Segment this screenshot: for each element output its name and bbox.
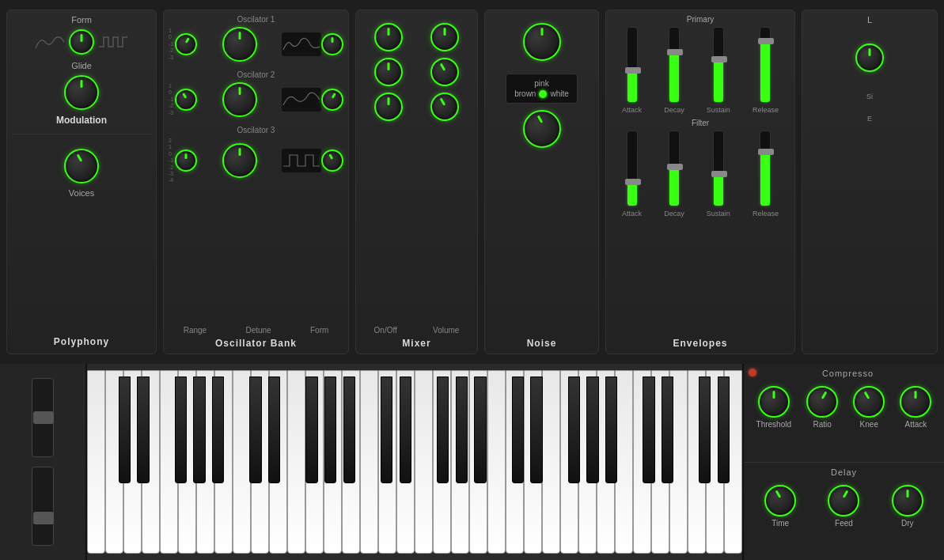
mixer-title: Mixer <box>356 338 477 349</box>
white-key[interactable] <box>196 370 214 554</box>
ratio-knob[interactable] <box>806 386 838 418</box>
osc2-form-knob[interactable] <box>321 89 343 111</box>
white-key[interactable] <box>669 370 688 554</box>
brown-noise-label: brown <box>514 89 536 98</box>
white-key[interactable] <box>123 370 142 554</box>
lfo-knob1[interactable] <box>855 44 884 72</box>
white-key[interactable] <box>415 370 433 554</box>
mixer-osc2-onoff-knob[interactable] <box>374 58 403 86</box>
white-key[interactable] <box>597 370 615 554</box>
voices-knob[interactable] <box>64 149 99 184</box>
white-key[interactable] <box>615 370 633 554</box>
osc2-detune-knob[interactable] <box>222 82 257 117</box>
osc3-form-knob[interactable] <box>321 149 343 172</box>
white-key[interactable] <box>233 370 251 554</box>
white-key[interactable] <box>560 370 578 554</box>
noise-level-knob[interactable] <box>523 23 561 61</box>
white-key[interactable] <box>305 370 324 554</box>
compressor-power-indicator[interactable] <box>749 369 756 376</box>
noise-white-indicator[interactable] <box>539 90 547 98</box>
white-key[interactable] <box>469 370 487 554</box>
mixer-osc1-onoff-knob[interactable] <box>374 23 403 51</box>
white-key[interactable] <box>269 370 287 554</box>
compressor-attack-knob[interactable] <box>900 386 931 418</box>
white-key[interactable] <box>451 370 469 554</box>
decay-fader-fill <box>669 54 679 102</box>
pitch-wheel[interactable] <box>32 378 54 457</box>
mixer-osc1-volume-knob[interactable] <box>430 23 459 51</box>
compressor-section: Compresso Threshold Ratio Knee <box>744 364 944 463</box>
white-key[interactable] <box>506 370 524 554</box>
white-key[interactable] <box>487 370 506 554</box>
pitch-wheel-thumb <box>33 411 54 424</box>
delay-dry-label: Dry <box>901 519 914 528</box>
white-key[interactable] <box>214 370 233 554</box>
white-key[interactable] <box>706 370 724 554</box>
delay-dry-knob[interactable] <box>892 485 923 516</box>
filter-release-fader: Release <box>753 131 779 218</box>
mixer-osc3-onoff-knob[interactable] <box>374 93 403 121</box>
noise-panel: pink brown white Noise <box>484 9 599 354</box>
white-key[interactable] <box>178 370 196 554</box>
osc1-range-knob[interactable] <box>175 33 197 55</box>
noise-type-knob[interactable] <box>523 110 561 148</box>
attack-fader-thumb[interactable] <box>625 67 641 74</box>
attack-fader-container: Attack <box>622 27 642 114</box>
osc3-range-knob[interactable] <box>175 149 197 172</box>
sustain-label: Sustain <box>707 106 730 114</box>
delay-feed-knob[interactable] <box>828 485 859 516</box>
filter-decay-thumb[interactable] <box>667 164 683 170</box>
knee-knob[interactable] <box>853 386 885 418</box>
sustain-fader-fill <box>714 61 723 102</box>
release-fader-container: Release <box>753 27 779 114</box>
mixer-osc3-volume-knob[interactable] <box>430 93 459 121</box>
white-key[interactable] <box>542 370 560 554</box>
white-key[interactable] <box>396 370 415 554</box>
osc1-detune-knob[interactable] <box>222 27 257 62</box>
oscillator-bank-panel: Oscilator 1 1 0 -1 -2 -3 <box>163 9 349 354</box>
white-key[interactable] <box>287 370 305 554</box>
white-key[interactable] <box>724 370 742 554</box>
osc3-detune-knob[interactable] <box>222 143 257 178</box>
delay-time-knob[interactable] <box>764 485 796 516</box>
white-key[interactable] <box>142 370 160 554</box>
mixer-panel: On/Off Volume Mixer <box>355 9 478 354</box>
filter-attack-thumb[interactable] <box>625 179 641 185</box>
primary-env-label: Primary <box>611 15 790 24</box>
white-key[interactable] <box>688 370 706 554</box>
filter-attack-label: Attack <box>622 210 642 218</box>
mixer-osc2-volume-knob[interactable] <box>430 58 459 86</box>
white-key[interactable] <box>578 370 597 554</box>
filter-sustain-thumb[interactable] <box>711 171 727 177</box>
decay-label: Decay <box>664 106 684 114</box>
form-knob[interactable] <box>69 29 94 55</box>
white-key[interactable] <box>160 370 178 554</box>
white-key[interactable] <box>524 370 542 554</box>
white-key[interactable] <box>342 370 360 554</box>
envelopes-title: Envelopes <box>606 338 794 349</box>
svg-rect-1 <box>282 88 321 112</box>
white-key[interactable] <box>105 370 123 554</box>
white-key[interactable] <box>324 370 342 554</box>
osc2-range-knob[interactable] <box>175 89 197 111</box>
osc1-form-knob[interactable] <box>321 33 343 55</box>
glide-knob[interactable] <box>64 75 99 110</box>
decay-fader-thumb[interactable] <box>667 49 683 55</box>
white-key[interactable] <box>360 370 378 554</box>
threshold-knob[interactable] <box>758 386 790 418</box>
piano-keyboard[interactable] <box>87 364 742 560</box>
filter-sustain-label: Sustain <box>707 210 730 218</box>
white-key[interactable] <box>651 370 669 554</box>
white-key[interactable] <box>378 370 396 554</box>
white-key[interactable] <box>251 370 269 554</box>
filter-release-thumb[interactable] <box>758 149 774 155</box>
white-key[interactable] <box>433 370 451 554</box>
release-fader-thumb[interactable] <box>758 38 774 44</box>
white-key[interactable] <box>633 370 651 554</box>
white-key[interactable] <box>87 370 105 554</box>
compressor-attack-label: Attack <box>905 420 927 429</box>
mod-wheel[interactable] <box>32 467 54 546</box>
svg-rect-2 <box>282 149 321 172</box>
pink-label: pink <box>514 79 569 88</box>
sustain-fader-thumb[interactable] <box>711 56 727 62</box>
